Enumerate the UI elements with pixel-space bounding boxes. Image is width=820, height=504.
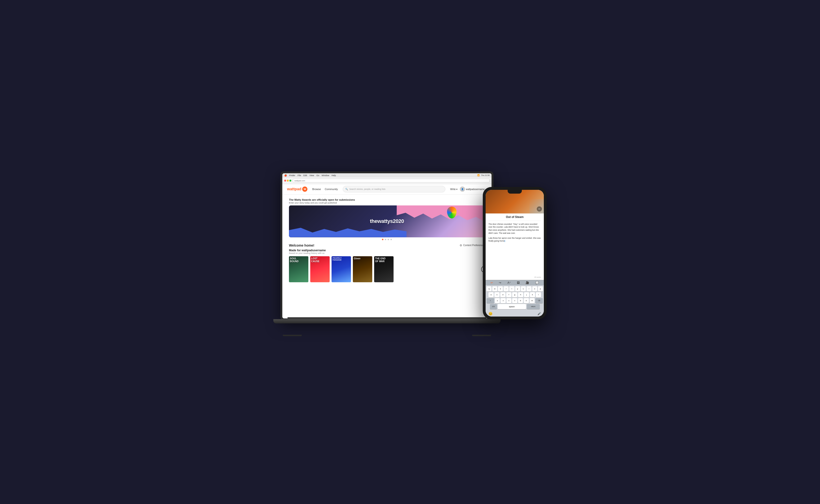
key-p[interactable]: p [538, 286, 543, 291]
key-l[interactable]: l [536, 292, 541, 297]
key-h[interactable]: h [518, 292, 523, 297]
key-backspace[interactable]: ⌫ [535, 298, 543, 303]
keyboard-toolbar: ↩ ↪ A⁺ 🖼 🎥 💬 [486, 280, 544, 285]
key-t[interactable]: t [509, 286, 514, 291]
key-return[interactable]: return [527, 304, 540, 309]
pink-torn-decoration [397, 205, 485, 222]
key-y[interactable]: y [515, 286, 520, 291]
phone-bottom-bar: 😊 🎤 [486, 311, 544, 317]
address-bar[interactable]: wattpad.com [293, 179, 490, 182]
wattpad-app: wattpad W Browse Community 🔍 Search stor… [282, 184, 491, 318]
key-j[interactable]: j [524, 292, 529, 297]
edit-cover-button[interactable]: ✏ [537, 206, 542, 212]
book-label-soul-bound: SOULBOUND [289, 256, 308, 264]
key-k[interactable]: k [530, 292, 535, 297]
laptop-bottom [273, 319, 500, 323]
key-o[interactable]: o [532, 286, 537, 291]
key-q[interactable]: q [486, 286, 491, 291]
key-m[interactable]: m [530, 298, 534, 303]
wattpad-main: The Watty Awards are officially open for… [282, 195, 491, 318]
finder-menu[interactable]: Finder [289, 174, 295, 177]
edit-menu[interactable]: Edit [303, 174, 307, 177]
phone-content: Out of Steam The door chimes sounded. "H… [486, 213, 544, 280]
insert-image-button[interactable]: 🖼 [517, 281, 520, 284]
phone-keyboard: q w e r t y u i o p a s d f g h [486, 285, 544, 311]
key-v[interactable]: v [512, 298, 517, 303]
browse-nav-link[interactable]: Browse [312, 188, 321, 191]
community-nav-link[interactable]: Community [325, 188, 338, 191]
key-u[interactable]: u [521, 286, 526, 291]
key-c[interactable]: c [506, 298, 511, 303]
phone-hero-overlay [530, 199, 544, 213]
insert-comment-button[interactable]: 💬 [535, 281, 539, 284]
key-e[interactable]: e [498, 286, 503, 291]
key-s[interactable]: s [494, 292, 500, 297]
book-cover-end-of-war[interactable]: THE ENDOF WAR [374, 256, 394, 282]
microphone-button[interactable]: 🎤 [537, 312, 541, 315]
window-menu[interactable]: Window [322, 174, 329, 177]
banner-subline: Enter your story today and you could get… [289, 202, 485, 204]
insert-video-button[interactable]: 🎥 [526, 281, 529, 284]
key-f[interactable]: f [506, 292, 511, 297]
close-window-button[interactable] [284, 180, 286, 182]
phone-notch [508, 190, 522, 194]
user-menu[interactable]: 👤 wattpadusername ▾ [460, 187, 487, 192]
key-x[interactable]: x [500, 298, 505, 303]
book-cover-given[interactable]: Given [353, 256, 372, 282]
book-cover-prospect[interactable]: PROSPECTPARADIGM [332, 256, 351, 282]
redo-button[interactable]: ↪ [499, 281, 501, 284]
banner-dot-1[interactable] [382, 239, 383, 240]
file-menu[interactable]: File [298, 174, 301, 177]
banner-dot-4[interactable] [390, 239, 392, 240]
book-cover-soul-bound[interactable]: SOULBOUND [289, 256, 308, 282]
laptop-screen: 🍎 Finder File Edit View Go Window Help 📶… [282, 173, 491, 318]
key-a[interactable]: a [488, 292, 494, 297]
laptop-foot-right [472, 335, 491, 336]
key-123[interactable]: 123 [490, 304, 497, 309]
write-button[interactable]: Write ▾ [450, 188, 457, 191]
key-n[interactable]: n [524, 298, 529, 303]
minimize-window-button[interactable] [287, 180, 289, 182]
laptop-hinge [288, 317, 486, 319]
key-space[interactable]: space [498, 304, 526, 309]
banner-the: the [370, 218, 377, 224]
key-g[interactable]: g [512, 292, 517, 297]
watty-banner[interactable]: thewattys2020 [289, 205, 485, 237]
key-i[interactable]: i [526, 286, 531, 291]
content-preferences-button[interactable]: ⚙ Content Preferences [460, 244, 485, 247]
text-cursor [505, 240, 505, 242]
undo-button[interactable]: ↩ [491, 281, 493, 284]
go-menu[interactable]: Go [316, 174, 319, 177]
key-shift[interactable]: ⇧ [486, 298, 494, 303]
banner-dot-2[interactable] [385, 239, 386, 240]
apple-menu[interactable]: 🍎 [284, 174, 287, 177]
book-label-prospect: PROSPECTPARADIGM [332, 256, 351, 262]
help-menu[interactable]: Help [332, 174, 336, 177]
story-text[interactable]: The door chimes sounded. "Hey," a soft v… [488, 223, 541, 276]
search-bar[interactable]: 🔍 Search stories, people, or reading lis… [343, 186, 446, 192]
key-d[interactable]: d [500, 292, 505, 297]
format-text-button[interactable]: A⁺ [507, 281, 511, 284]
browser-nav: wattpad.com [282, 178, 491, 184]
emoji-button[interactable]: 😊 [488, 312, 492, 316]
wattpad-logo[interactable]: wattpad W [287, 187, 307, 192]
key-r[interactable]: r [504, 286, 508, 291]
search-placeholder: Search stories, people, or reading lists [349, 188, 386, 190]
laptop-foot-left [283, 335, 302, 336]
key-z[interactable]: z [495, 298, 500, 303]
laptop: 🍎 Finder File Edit View Go Window Help 📶… [273, 168, 500, 336]
word-count: 49 words [488, 276, 541, 278]
key-b[interactable]: b [518, 298, 523, 303]
banner-dots [289, 239, 485, 240]
story-title: Out of Steam [488, 215, 541, 221]
logo-icon: W [302, 187, 307, 192]
laptop-base [273, 317, 500, 336]
blue-torn-decoration [289, 226, 407, 237]
maximize-window-button[interactable] [290, 180, 291, 182]
banner-dot-3[interactable] [388, 239, 389, 240]
book-cover-lost-cause[interactable]: LOSTCAUSE [310, 256, 330, 282]
header-actions: Write ▾ 👤 wattpadusername ▾ [450, 187, 487, 192]
view-menu[interactable]: View [310, 174, 314, 177]
made-for-subtitle: Based on your reading history with us [289, 252, 485, 254]
key-w[interactable]: w [492, 286, 497, 291]
